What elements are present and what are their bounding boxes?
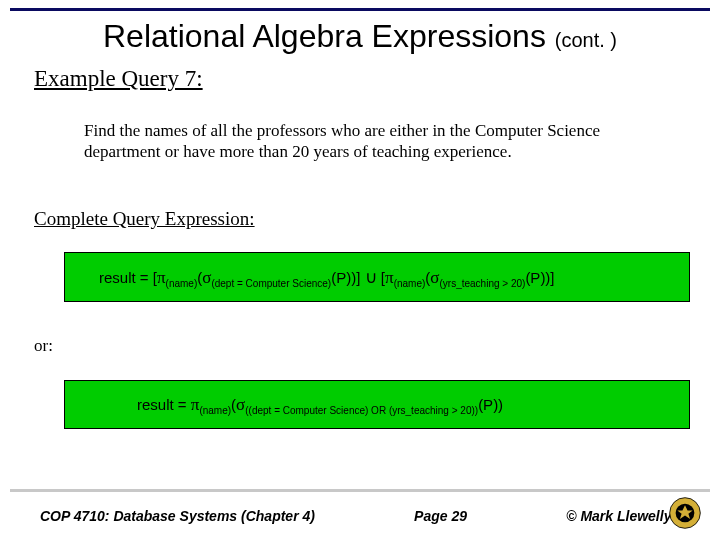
expr1-sub-dept: (dept = Computer Science): [211, 278, 331, 289]
footer-rule: [10, 489, 710, 492]
expression-box-2: result = π(name)(σ((dept = Computer Scie…: [64, 380, 690, 429]
footer-left: COP 4710: Database Systems (Chapter 4): [40, 508, 315, 524]
title-main: Relational Algebra Expressions: [103, 18, 546, 54]
expr1-sub-yrs: (yrs_teaching > 20): [439, 278, 525, 289]
expr1-sub-name: (name): [166, 278, 198, 289]
top-rule: [10, 8, 710, 11]
footer-right: © Mark Llewellyn: [566, 508, 680, 524]
footer: COP 4710: Database Systems (Chapter 4) P…: [40, 508, 680, 524]
expression-box-1: result = [π(name)(σ(dept = Computer Scie…: [64, 252, 690, 302]
slide-title: Relational Algebra Expressions (cont. ): [0, 18, 720, 55]
union-symbol: ∪: [360, 268, 381, 287]
expr1-sub-name2: (name): [394, 278, 426, 289]
expr2-pend: (P)): [478, 396, 503, 413]
ucf-logo-icon: [668, 496, 702, 530]
title-cont: (cont. ): [555, 29, 617, 51]
pi-symbol-2: π: [385, 268, 394, 287]
expr1-pend1: (P))]: [331, 269, 360, 286]
footer-center: Page 29: [414, 508, 467, 524]
expr1-lead: result = [: [99, 269, 157, 286]
sigma-symbol-3: σ: [236, 395, 245, 414]
expr2-sub-name: (name): [199, 405, 231, 416]
complete-expression-label: Complete Query Expression:: [34, 208, 255, 230]
expr1-pend2: (P))]: [525, 269, 554, 286]
pi-symbol: π: [157, 268, 166, 287]
expr2-lead: result =: [137, 396, 191, 413]
expr2-sub-cond: ((dept = Computer Science) OR (yrs_teach…: [245, 405, 478, 416]
example-query-heading: Example Query 7:: [34, 66, 203, 92]
query-prompt: Find the names of all the professors who…: [84, 120, 666, 163]
or-label: or:: [34, 336, 53, 356]
